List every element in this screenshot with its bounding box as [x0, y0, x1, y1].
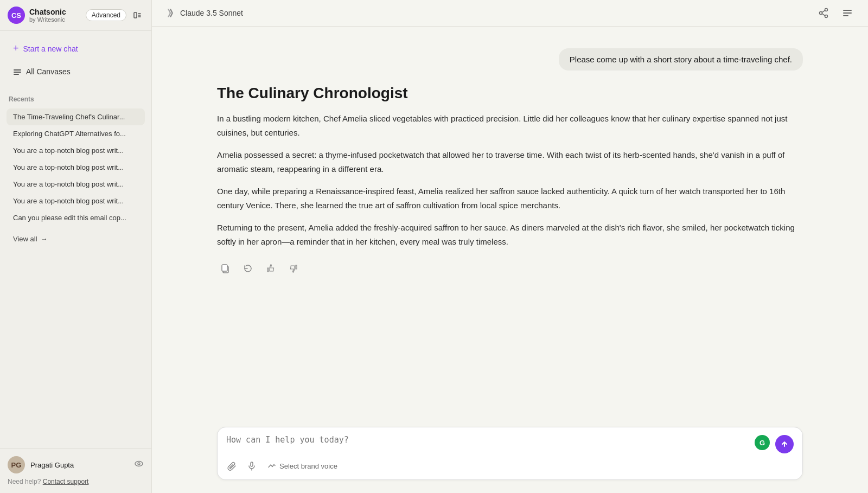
recent-item[interactable]: The Time-Traveling Chef's Culinar...: [7, 108, 145, 125]
story-title: The Culinary Chronologist: [217, 84, 803, 103]
new-chat-label: Start a new chat: [23, 44, 78, 53]
user-message: Please come up with a short story about …: [559, 48, 803, 71]
svg-point-11: [820, 12, 822, 15]
all-canvases-label: All Canvases: [26, 67, 71, 76]
help-text: Need help? Contact support: [8, 478, 144, 485]
svg-point-10: [825, 15, 828, 18]
regenerate-button[interactable]: [240, 261, 256, 276]
svg-rect-15: [843, 12, 852, 14]
new-chat-button[interactable]: + Start a new chat: [7, 37, 145, 60]
thumbs-up-button[interactable]: [263, 261, 279, 276]
collapse-sidebar-button[interactable]: [131, 9, 144, 22]
recent-item[interactable]: You are a top-notch blog post writ...: [7, 142, 145, 159]
input-box: G: [217, 427, 803, 480]
svg-rect-5: [14, 72, 21, 73]
logo-text: Chatsonic by Writesonic: [29, 8, 81, 23]
app-name: Chatsonic: [29, 8, 81, 17]
header-actions: [816, 5, 855, 21]
recent-item[interactable]: You are a top-notch blog post writ...: [7, 159, 145, 176]
recents-list: The Time-Traveling Chef's Culinar...Expl…: [7, 108, 145, 226]
input-toolbar: Select brand voice: [226, 460, 794, 472]
main-header: Claude 3.5 Sonnet: [152, 0, 868, 27]
all-canvases-button[interactable]: All Canvases: [7, 62, 145, 81]
model-info: Claude 3.5 Sonnet: [165, 8, 243, 18]
brand-voice-label: Select brand voice: [279, 462, 337, 470]
user-row: PG Pragati Gupta: [8, 456, 144, 473]
advanced-badge: Advanced: [86, 9, 126, 21]
recents-label: Recents: [7, 92, 145, 106]
recent-item[interactable]: You are a top-notch blog post writ...: [7, 193, 145, 209]
svg-rect-14: [843, 10, 852, 11]
grammarly-icon: G: [755, 435, 770, 450]
story-paragraph: In a bustling modern kitchen, Chef Ameli…: [217, 112, 803, 139]
response-actions: [217, 261, 803, 276]
more-options-button[interactable]: [840, 5, 855, 21]
svg-rect-0: [134, 12, 137, 18]
story-paragraph: Returning to the present, Amelia added t…: [217, 221, 803, 248]
recent-item[interactable]: You are a top-notch blog post writ...: [7, 176, 145, 193]
main-panel: Claude 3.5 Sonnet: [152, 0, 868, 493]
view-all-button[interactable]: View all →: [7, 231, 145, 247]
paragraphs-container: In a bustling modern kitchen, Chef Ameli…: [217, 112, 803, 248]
chat-content: Please come up with a short story about …: [152, 27, 868, 427]
arrow-right-icon: →: [41, 235, 48, 243]
app-by: by Writesonic: [29, 16, 81, 23]
avatar: PG: [8, 456, 25, 473]
sidebar-footer: PG Pragati Gupta Need help? Contact supp…: [0, 448, 151, 493]
svg-line-12: [822, 10, 825, 12]
attach-file-button[interactable]: [226, 460, 238, 472]
svg-point-8: [138, 463, 140, 465]
app-logo: CS: [8, 7, 25, 24]
svg-rect-19: [251, 462, 253, 466]
chat-input[interactable]: [226, 435, 749, 448]
response-area: The Culinary Chronologist In a bustling …: [217, 84, 803, 276]
story-paragraph: Amelia possessed a secret: a thyme-infus…: [217, 148, 803, 176]
recent-item[interactable]: Can you please edit this email cop...: [7, 209, 145, 226]
canvases-icon: [13, 67, 22, 76]
voice-input-button[interactable]: [246, 460, 258, 472]
svg-rect-18: [222, 265, 227, 271]
user-message-text: Please come up with a short story about …: [570, 55, 792, 64]
input-area: G: [152, 427, 868, 493]
view-all-label: View all: [13, 235, 37, 243]
recent-item[interactable]: Exploring ChatGPT Alternatives fo...: [7, 125, 145, 142]
anthropic-icon: [165, 8, 176, 18]
contact-support-link[interactable]: Contact support: [43, 478, 89, 485]
eye-icon[interactable]: [134, 459, 144, 471]
svg-point-7: [135, 462, 143, 466]
svg-point-9: [825, 9, 828, 11]
model-name: Claude 3.5 Sonnet: [180, 9, 243, 17]
svg-rect-6: [14, 74, 19, 75]
svg-line-13: [822, 14, 825, 16]
story-paragraph: One day, while preparing a Renaissance-i…: [217, 184, 803, 212]
send-button[interactable]: [775, 435, 794, 453]
thumbs-down-button[interactable]: [285, 261, 302, 276]
copy-button[interactable]: [217, 261, 233, 276]
input-row: G: [226, 435, 794, 453]
brand-voice-icon: [267, 462, 276, 470]
sidebar-header: CS Chatsonic by Writesonic Advanced: [0, 0, 151, 31]
share-button[interactable]: [816, 5, 831, 21]
recents-section: Recents The Time-Traveling Chef's Culina…: [0, 92, 151, 226]
svg-rect-4: [14, 69, 21, 71]
plus-icon: +: [13, 43, 19, 54]
svg-rect-16: [843, 15, 848, 16]
sidebar-nav: + Start a new chat All Canvases: [0, 31, 151, 88]
brand-voice-button[interactable]: Select brand voice: [265, 460, 340, 471]
sidebar: CS Chatsonic by Writesonic Advanced + St…: [0, 0, 152, 493]
user-name: Pragati Gupta: [30, 461, 129, 469]
